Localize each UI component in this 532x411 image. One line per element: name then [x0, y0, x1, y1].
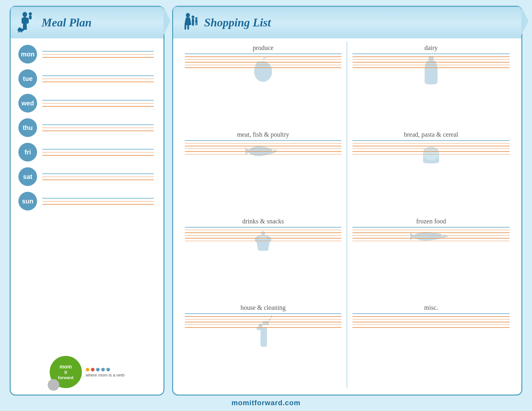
line-blue	[42, 75, 154, 76]
svg-rect-32	[261, 328, 267, 347]
section-title-misc: misc.	[352, 304, 510, 311]
svg-rect-10	[18, 30, 20, 33]
days-container: mon tue wed thu fri	[11, 42, 163, 349]
svg-point-0	[23, 12, 27, 17]
section-line	[185, 67, 341, 68]
section-line	[352, 65, 510, 65]
svg-point-20	[195, 17, 198, 19]
svg-point-27	[272, 149, 274, 151]
meal-plan-banner: Meal Plan	[11, 7, 163, 38]
meal-plan-icon	[16, 11, 38, 34]
section-line	[185, 62, 341, 63]
day-row-thu: thu	[18, 118, 154, 137]
section-icon-dairy	[421, 55, 441, 88]
section-line	[352, 151, 510, 152]
shopping-section-produce: produce	[180, 42, 347, 128]
section-line	[352, 140, 510, 141]
day-circle-sun: sun	[18, 192, 37, 210]
shopping-section-drinks: drinks & snacks	[180, 215, 347, 302]
day-circle-sat: sat	[18, 167, 37, 186]
section-line	[352, 227, 510, 228]
svg-rect-19	[193, 22, 194, 26]
section-lines-bread	[352, 140, 510, 155]
line-orange	[42, 103, 154, 104]
shopping-list-banner: Shopping List	[173, 7, 521, 38]
svg-point-6	[29, 12, 32, 15]
section-line	[185, 146, 341, 146]
line-blue	[42, 51, 154, 52]
svg-point-37	[270, 317, 271, 318]
svg-point-25	[255, 61, 263, 75]
footer-website: momitforward.com	[232, 399, 300, 407]
day-circle-wed: wed	[18, 94, 37, 113]
day-lines-sat	[42, 173, 154, 180]
section-lines-frozen	[352, 227, 510, 241]
line-orange	[42, 152, 154, 153]
line-orange-2	[42, 204, 154, 205]
section-line	[185, 140, 341, 141]
section-line	[352, 146, 510, 146]
line-orange-2	[42, 57, 154, 58]
svg-rect-5	[25, 24, 27, 30]
svg-point-16	[192, 15, 194, 18]
svg-rect-15	[187, 24, 189, 30]
day-row-mon: mon	[18, 45, 154, 64]
section-line	[352, 54, 510, 54]
shopping-section-misc: misc.	[347, 301, 515, 388]
section-lines-misc	[352, 313, 510, 328]
line-orange-2	[42, 180, 154, 180]
section-icon-frozen	[410, 228, 452, 246]
svg-rect-22	[195, 23, 196, 25]
dot-2	[91, 368, 94, 371]
section-title-produce: produce	[185, 44, 341, 52]
logo-line2: it	[64, 370, 67, 375]
line-blue	[42, 124, 154, 125]
section-lines-dairy	[352, 54, 510, 68]
line-blue	[42, 149, 154, 150]
logo-line1: mom	[60, 364, 72, 370]
line-orange-2	[42, 82, 154, 82]
line-orange-2	[42, 155, 154, 156]
day-lines-tue	[42, 75, 154, 82]
dot-3	[96, 368, 100, 371]
section-line	[185, 65, 341, 65]
line-blue	[42, 173, 154, 174]
section-line	[352, 319, 510, 320]
section-line	[185, 227, 341, 228]
line-orange	[42, 54, 154, 55]
section-title-frozen: frozen food	[352, 218, 510, 225]
section-line	[185, 230, 341, 230]
dot-5	[106, 368, 110, 371]
section-line	[352, 56, 510, 57]
section-line	[352, 313, 510, 314]
line-orange	[42, 177, 154, 177]
section-lines-produce	[185, 54, 341, 68]
logo-text: where mom is a verb	[86, 367, 125, 377]
section-line	[185, 327, 341, 328]
section-line	[185, 54, 341, 54]
line-blue	[42, 100, 154, 101]
section-icon-meat	[244, 142, 282, 162]
meal-plan-card: Meal Plan mon tue wed thu	[10, 6, 164, 396]
section-line	[185, 151, 341, 152]
cards-row: Meal Plan mon tue wed thu	[10, 6, 522, 396]
meal-plan-title: Meal Plan	[42, 16, 92, 29]
day-row-wed: wed	[18, 94, 154, 113]
svg-point-30	[261, 231, 265, 235]
svg-point-13	[186, 13, 190, 17]
logo-area: mom it forward	[11, 353, 163, 388]
section-title-house: house & cleaning	[185, 304, 341, 311]
day-row-tue: tue	[18, 69, 154, 88]
svg-rect-14	[184, 24, 186, 30]
shopping-list-icon	[178, 11, 201, 34]
shopping-list-card: Shopping List produce dairy meat, fish &…	[172, 6, 522, 396]
dot-4	[101, 368, 105, 371]
logo-dots-row	[86, 368, 125, 371]
day-row-sun: sun	[18, 192, 154, 210]
day-circle-thu: thu	[18, 118, 37, 137]
section-lines-drinks	[185, 227, 341, 241]
svg-rect-11	[21, 30, 22, 33]
day-lines-mon	[42, 51, 154, 58]
section-line	[185, 316, 341, 317]
line-orange-2	[42, 106, 154, 107]
